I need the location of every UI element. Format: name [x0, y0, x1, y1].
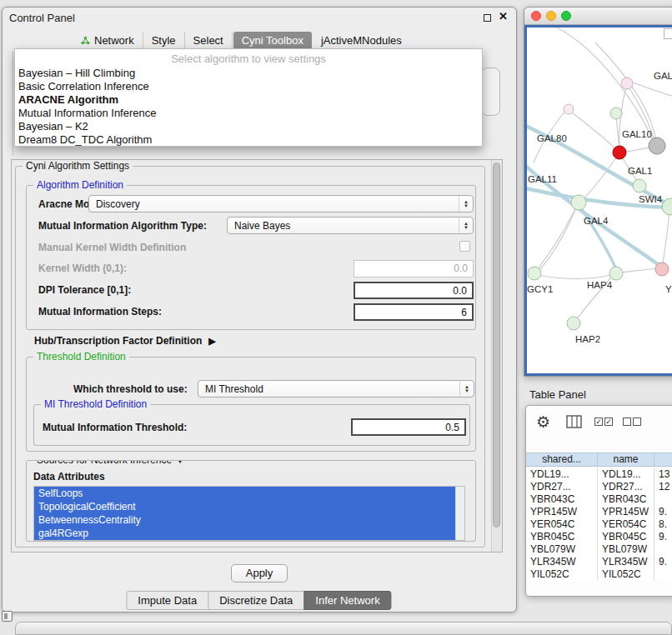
list-scrollbar[interactable] [455, 487, 464, 540]
data-attributes-list: SelfLoops TopologicalCoefficient Between… [33, 486, 465, 541]
table-row[interactable]: YBR045C YBR045C 9. [526, 531, 672, 543]
tab-impute-data[interactable]: Impute Data [126, 591, 208, 610]
collapsed-bottom-panel[interactable] [15, 622, 672, 635]
checked-columns-icon[interactable]: ✓✓ [594, 418, 613, 426]
sources-expander[interactable]: Sources for Network Inference▼ [33, 460, 188, 466]
network-node[interactable] [528, 267, 541, 280]
column-header[interactable]: shared... [526, 453, 598, 466]
mi-algorithm-type-combo[interactable]: Naive Bayes ▲▼ [227, 217, 474, 234]
control-panel-window: Control Panel ✕ Network Style Select Cyn… [2, 7, 517, 612]
settings-scrollbar[interactable] [491, 160, 502, 552]
algorithm-option[interactable]: Mutual Information Inference [15, 107, 482, 120]
table-row[interactable]: YDR27... YDR27... 12 [526, 481, 672, 493]
network-graph: GAL8 GAL80 GAL10 GAL1 GAL11 SWI4 GAL4 GC… [527, 28, 672, 376]
network-node[interactable] [571, 195, 586, 210]
mi-threshold-definition-group: MI Threshold Definition Mutual Informati… [33, 404, 470, 446]
node-label: GCY1 [527, 284, 553, 294]
node-label: HAP2 [575, 334, 600, 344]
table-row[interactable]: YBR043C YBR043C [526, 493, 672, 506]
kernel-width-label: Kernel Width (0,1): [38, 262, 127, 274]
canvas-corner-control[interactable] [664, 28, 672, 39]
table-row[interactable]: YIL052C YIL052C [526, 568, 672, 581]
network-window-titlebar[interactable] [524, 8, 672, 25]
kernel-width-field[interactable]: 0.0 [354, 260, 474, 278]
node-label: Y [665, 284, 672, 294]
combo-stepper-icon: ▲▼ [459, 381, 474, 397]
network-node[interactable] [609, 267, 623, 280]
network-node[interactable] [564, 104, 574, 114]
algorithm-option-selected[interactable]: ARACNE Algorithm [15, 93, 482, 107]
algorithm-option[interactable]: Dream8 DC_TDC Algorithm [15, 133, 482, 147]
node-label: GAL1 [628, 166, 652, 176]
network-canvas[interactable]: GAL8 GAL80 GAL10 GAL1 GAL11 SWI4 GAL4 GC… [524, 25, 672, 376]
mi-threshold-field[interactable]: 0.5 [351, 418, 466, 436]
column-browser-icon[interactable] [566, 415, 582, 428]
network-node[interactable] [649, 138, 665, 154]
mi-algorithm-type-label: Mutual Information Algorithm Type: [38, 220, 207, 232]
table-row[interactable]: YDL19... YDL19... 13 [526, 468, 672, 481]
mi-threshold-label: Mutual Information Threshold: [43, 422, 187, 433]
network-node[interactable] [567, 317, 580, 330]
list-item[interactable]: gal4RGexp [34, 527, 456, 540]
node-label: HAP4 [587, 280, 613, 290]
algorithm-definition-group: Algorithm Definition Aracne Mode: Discov… [26, 185, 476, 330]
network-node[interactable] [610, 108, 622, 119]
algorithm-option[interactable]: Bayesian – K2 [15, 120, 482, 133]
tab-discretize-data[interactable]: Discretize Data [208, 591, 304, 610]
column-header[interactable]: name [598, 453, 654, 466]
tab-network[interactable]: Network [73, 32, 143, 49]
mi-steps-field[interactable]: 6 [354, 303, 474, 321]
data-attributes-label: Data Attributes [33, 471, 105, 482]
apply-button[interactable]: Apply [231, 564, 288, 582]
table-row[interactable]: YLR345W YLR345W 9. [526, 556, 672, 568]
aracne-mode-combo[interactable]: Discovery ▲▼ [88, 195, 474, 212]
tab-label: Network [94, 34, 134, 47]
network-node[interactable] [621, 78, 633, 89]
close-icon[interactable]: ✕ [499, 10, 508, 22]
combo-stepper-icon: ▲▼ [459, 218, 473, 233]
hidden-group-border [13, 51, 13, 156]
unchecked-columns-icon[interactable] [623, 418, 641, 426]
algorithm-option[interactable]: Bayesian – Hill Climbing [15, 67, 482, 80]
which-threshold-label: Which threshold to use: [73, 383, 188, 395]
minimize-traffic-light-icon[interactable] [546, 11, 556, 21]
network-node[interactable] [655, 262, 669, 276]
gear-icon[interactable]: ⚙ [536, 412, 550, 432]
list-item-partial[interactable] [34, 540, 456, 541]
scrollbar-thumb[interactable] [493, 162, 500, 528]
float-window-icon[interactable] [484, 14, 491, 22]
list-item[interactable]: BetweennessCentrality [34, 513, 456, 527]
group-title: Algorithm Definition [33, 179, 127, 191]
group-title: Threshold Definition [33, 351, 129, 362]
network-node[interactable] [633, 179, 646, 192]
list-item[interactable]: SelfLoops [34, 487, 456, 500]
dpi-tolerance-field[interactable]: 0.0 [354, 282, 474, 299]
algorithm-option[interactable]: Basic Correlation Inference [15, 80, 482, 93]
tab-style[interactable]: Style [143, 32, 185, 49]
list-item[interactable]: TopologicalCoefficient [34, 500, 456, 513]
cyni-algorithm-settings-group: Cyni Algorithm Settings Algorithm Defini… [15, 166, 485, 548]
zoom-traffic-light-icon[interactable] [561, 11, 571, 21]
mi-steps-label: Mutual Information Steps: [38, 306, 162, 318]
table-row[interactable]: YER054C YER054C 8. [526, 518, 672, 531]
group-title: Cyni Algorithm Settings [23, 160, 133, 172]
tab-cyni-toolbox[interactable]: Cyni Toolbox [233, 32, 312, 49]
node-label: GAL4 [584, 216, 609, 226]
tab-select[interactable]: Select [185, 32, 233, 49]
network-node-selected[interactable] [613, 146, 626, 159]
top-tab-bar: Network Style Select Cyni Toolbox jActiv… [73, 32, 410, 49]
table-row[interactable]: YPR145W YPR145W 9. [526, 506, 672, 518]
restore-panel-icon[interactable] [2, 611, 13, 622]
manual-kernel-width-checkbox[interactable] [459, 241, 470, 252]
table-row[interactable]: YBL079W YBL079W [526, 543, 672, 556]
hub-transcription-factor-expander[interactable]: Hub/Transcription Factor Definition▶ [34, 335, 216, 347]
table-panel-title: Table Panel [529, 388, 586, 401]
column-header[interactable] [654, 453, 672, 466]
tab-infer-network[interactable]: Infer Network [303, 591, 391, 610]
algorithm-dropdown-popup: Select algorithm to view settings Bayesi… [14, 48, 483, 147]
tab-jactivemnodules[interactable]: jActiveMNodules [313, 32, 410, 49]
close-traffic-light-icon[interactable] [531, 11, 541, 21]
expander-arrow-icon: ▶ [208, 336, 215, 346]
which-threshold-combo[interactable]: MI Threshold ▲▼ [198, 380, 474, 398]
expander-arrow-icon: ▼ [176, 460, 184, 465]
